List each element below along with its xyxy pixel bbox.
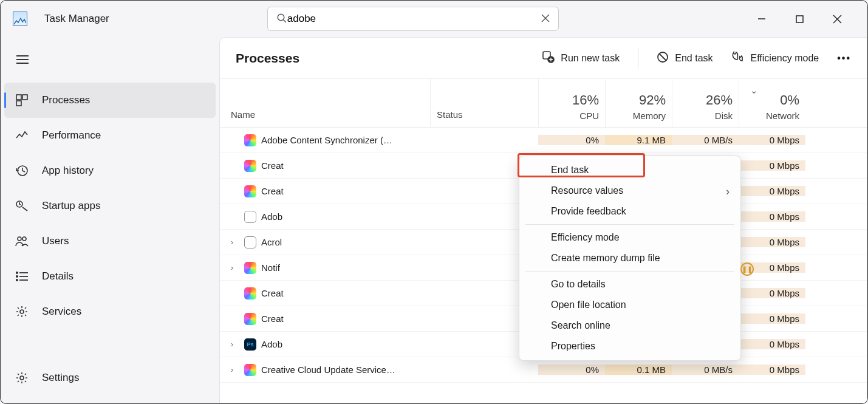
run-new-task-label: Run new task: [561, 53, 620, 64]
cell-network: 0 Mbps: [739, 365, 805, 375]
sidebar-item-processes[interactable]: Processes: [4, 83, 216, 118]
titlebar: Task Manager: [1, 1, 867, 37]
cell-network: 0 Mbps: [739, 237, 805, 247]
svg-line-1: [283, 19, 286, 22]
expand-icon[interactable]: ›: [231, 366, 239, 374]
process-icon: [244, 287, 256, 300]
sidebar-item-label: Details: [42, 270, 73, 282]
process-name: Creat: [261, 160, 284, 171]
more-button[interactable]: •••: [837, 53, 851, 64]
end-task-icon: [657, 51, 669, 66]
process-name: Creat: [261, 313, 284, 324]
search-box[interactable]: [267, 7, 559, 31]
process-icon: [244, 262, 256, 274]
cell-cpu: 0%: [538, 135, 605, 145]
efficiency-mode-button[interactable]: Efficiency mode: [731, 51, 819, 66]
col-network[interactable]: ⌄ 0% Network: [739, 79, 805, 127]
cm-open-file-location[interactable]: Open file location: [519, 295, 740, 315]
close-button[interactable]: [829, 10, 846, 27]
cm-resource-values[interactable]: Resource values: [519, 180, 740, 201]
sidebar-item-label: Startup apps: [42, 200, 100, 212]
minimize-button[interactable]: [753, 10, 770, 27]
col-memory[interactable]: 92% Memory: [605, 79, 672, 127]
sidebar-item-services[interactable]: Services: [1, 294, 219, 329]
svg-point-25: [20, 310, 24, 313]
cell-disk: 0 MB/s: [672, 365, 739, 375]
expand-icon[interactable]: ›: [231, 238, 239, 247]
sidebar-item-settings[interactable]: Settings: [1, 360, 79, 395]
table-row[interactable]: Adobe Content Synchronizer (…0%9.1 MB0 M…: [220, 128, 867, 153]
sidebar-item-details[interactable]: Details: [1, 259, 219, 294]
sidebar-item-label: Performance: [42, 129, 101, 142]
suspended-icon: ❚❚: [740, 262, 754, 276]
page-title: Processes: [236, 51, 299, 66]
process-icon: [244, 185, 256, 197]
context-menu: End task Resource values Provide feedbac…: [519, 156, 741, 361]
expand-icon[interactable]: ›: [231, 264, 239, 272]
app-title: Task Manager: [44, 13, 109, 25]
processes-icon: [15, 94, 29, 106]
cell-cpu: 0%: [538, 365, 605, 375]
clear-search-icon[interactable]: [541, 14, 550, 24]
toolbar: Processes Run new task End task Efficien…: [220, 38, 867, 79]
sidebar-item-label: App history: [42, 165, 94, 177]
efficiency-label: Efficiency mode: [751, 53, 819, 64]
hamburger-icon[interactable]: [16, 55, 219, 66]
svg-point-17: [18, 237, 21, 241]
process-icon: [244, 364, 256, 376]
end-task-button[interactable]: End task: [657, 51, 713, 66]
cell-network: 0 Mbps: [739, 313, 805, 324]
cm-provide-feedback[interactable]: Provide feedback: [519, 201, 740, 222]
cm-efficiency-mode[interactable]: Efficiency mode: [519, 227, 740, 248]
table-row[interactable]: ›Creative Cloud Update Service…0%0.1 MB0…: [220, 357, 867, 383]
details-icon: [15, 272, 29, 281]
sidebar-item-label: Services: [42, 306, 81, 318]
process-name: Acrol: [261, 237, 282, 247]
svg-point-23: [16, 279, 18, 281]
col-disk[interactable]: 26% Disk: [672, 79, 739, 127]
process-icon: [244, 160, 256, 172]
cm-end-task[interactable]: End task: [519, 160, 740, 180]
svg-point-26: [20, 376, 24, 380]
process-name: Creat: [261, 288, 284, 298]
cm-go-to-details[interactable]: Go to details: [519, 274, 740, 295]
toolbar-separator: [638, 48, 638, 69]
cm-properties[interactable]: Properties: [519, 336, 740, 357]
cm-search-online[interactable]: Search online: [519, 315, 740, 336]
chevron-down-icon: ⌄: [750, 85, 758, 96]
svg-rect-11: [16, 95, 21, 100]
col-cpu[interactable]: 16% CPU: [538, 79, 605, 127]
main-panel: Processes Run new task End task Efficien…: [219, 37, 867, 403]
svg-point-0: [278, 14, 284, 21]
col-status[interactable]: Status: [430, 79, 538, 127]
process-name: Adob: [261, 211, 282, 222]
search-input[interactable]: [287, 13, 541, 25]
run-new-task-button[interactable]: Run new task: [542, 51, 620, 66]
cm-separator: [525, 271, 734, 272]
sidebar-item-startup-apps[interactable]: Startup apps: [1, 188, 219, 224]
svg-rect-13: [16, 101, 21, 106]
process-icon: [244, 313, 256, 325]
col-name[interactable]: Name: [220, 79, 430, 127]
cm-create-dump[interactable]: Create memory dump file: [519, 248, 740, 269]
expand-icon[interactable]: ›: [231, 340, 239, 349]
maximize-button[interactable]: [791, 10, 808, 27]
svg-rect-5: [796, 16, 803, 22]
users-icon: [15, 235, 29, 247]
process-icon: [244, 236, 256, 248]
sidebar-item-app-history[interactable]: App history: [1, 153, 219, 188]
process-name: Creat: [261, 186, 284, 196]
search-icon: [276, 13, 287, 26]
end-task-label: End task: [675, 53, 713, 64]
history-icon: [15, 165, 29, 177]
cell-network: 0 Mbps: [739, 135, 805, 145]
cell-network: 0 Mbps: [739, 186, 805, 196]
sidebar-item-users[interactable]: Users: [1, 224, 219, 259]
cell-disk: 0 MB/s: [672, 135, 739, 145]
startup-icon: [15, 200, 29, 212]
process-name: Creative Cloud Update Service…: [261, 365, 395, 375]
app-icon: [13, 12, 27, 26]
cell-network: 0 Mbps: [739, 211, 805, 222]
svg-point-21: [16, 276, 18, 277]
sidebar-item-performance[interactable]: Performance: [1, 118, 219, 153]
